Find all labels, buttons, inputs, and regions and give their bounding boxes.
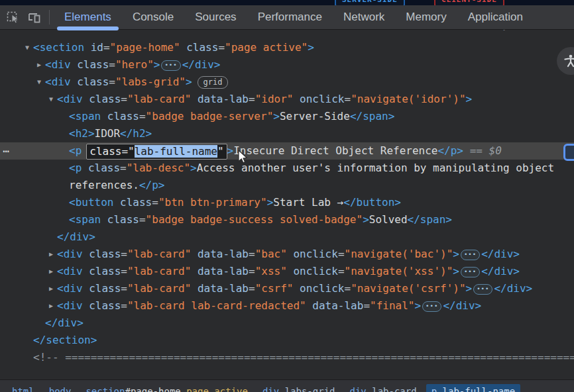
code-tag: <div bbox=[45, 75, 71, 88]
code-tag: <p bbox=[69, 144, 82, 157]
code-tag: > bbox=[453, 248, 459, 260]
tab-memory[interactable]: Memory bbox=[395, 5, 457, 29]
dom-tree-row[interactable]: </div> bbox=[0, 315, 574, 332]
expand-ellipsis-button[interactable]: ••• bbox=[461, 250, 480, 260]
tab-performance[interactable]: Performance bbox=[247, 5, 333, 29]
tab-sources[interactable]: Sources bbox=[184, 5, 247, 29]
code-attr: class bbox=[71, 58, 109, 71]
dom-tree-row[interactable]: ▼<div class="lab-card" data-lab="idor" o… bbox=[0, 91, 574, 108]
dom-tree-row[interactable]: <p class="lab-desc">Access another user'… bbox=[0, 160, 574, 177]
code-tag: <button bbox=[69, 196, 113, 209]
code-txt: references. bbox=[69, 179, 139, 191]
code-eq: = bbox=[338, 265, 345, 277]
attribute-edit-input[interactable]: class="lab-full-name" bbox=[86, 144, 227, 160]
code-tag: <h2> bbox=[69, 127, 95, 140]
code-tag: </div> bbox=[481, 248, 520, 260]
expand-ellipsis-button[interactable]: ••• bbox=[161, 60, 180, 71]
dom-tree-row[interactable]: ▶<div class="hero">•••</div> bbox=[0, 56, 574, 74]
code-val: "badge badge-success solved-badge" bbox=[146, 213, 363, 226]
inspected-page-strip: SERVER-SIDE CLIENT-SIDE bbox=[0, 0, 574, 5]
code-tag: > bbox=[273, 110, 280, 122]
crumb-part: div bbox=[262, 386, 279, 392]
crumb-part: .lab-card bbox=[367, 386, 417, 392]
dom-tree-row[interactable]: </section> bbox=[0, 332, 574, 349]
code-txt: Server-Side bbox=[280, 110, 350, 122]
dom-tree-row[interactable]: <button class="btn btn-primary">Start La… bbox=[0, 194, 574, 211]
code-eq: = bbox=[338, 248, 345, 260]
code-tag: > bbox=[186, 75, 192, 88]
collapse-arrow-icon[interactable]: ▼ bbox=[34, 74, 44, 91]
expand-ellipsis-button[interactable]: ••• bbox=[422, 301, 441, 312]
code-eq: = bbox=[121, 248, 127, 260]
crumb-html[interactable]: html bbox=[7, 384, 40, 392]
code-eq: = bbox=[121, 265, 127, 277]
code-val: "lab-card" bbox=[127, 265, 191, 277]
grid-badge[interactable]: grid bbox=[198, 76, 229, 89]
dom-tree-row[interactable]: references.</p> bbox=[0, 177, 574, 194]
code-eq: = bbox=[218, 41, 225, 54]
code-tag: </span> bbox=[408, 213, 452, 226]
code-val: "badge badge-server" bbox=[146, 110, 274, 122]
code-txt: Insecure Direct Object Reference bbox=[233, 144, 437, 157]
code-eq: = bbox=[109, 75, 115, 88]
dom-tree-row[interactable]: ▶<div class="lab-card" data-lab="xss" on… bbox=[0, 263, 574, 280]
dom-tree-row[interactable]: ▶<div class="lab-card" data-lab="csrf" o… bbox=[0, 280, 574, 297]
code-val: "navigate('csrf')" bbox=[351, 282, 465, 295]
row-menu-dots-icon[interactable]: ⋯ bbox=[3, 142, 10, 160]
code-tag: > bbox=[227, 144, 234, 157]
server-side-badge: SERVER-SIDE bbox=[335, 0, 405, 5]
tab-console[interactable]: Console bbox=[122, 5, 184, 29]
collapse-arrow-icon[interactable]: ▼ bbox=[23, 39, 32, 56]
code-tag: > bbox=[154, 58, 160, 71]
code-tag: <div bbox=[45, 58, 71, 71]
tab-network[interactable]: Network bbox=[333, 5, 395, 29]
expand-arrow-icon[interactable]: ▶ bbox=[34, 56, 44, 74]
tab-label: Network bbox=[343, 11, 384, 24]
dom-tree-row[interactable]: <span class="badge badge-success solved-… bbox=[0, 211, 574, 228]
expand-arrow-icon[interactable]: ▶ bbox=[46, 297, 56, 315]
crumb-body[interactable]: body bbox=[44, 384, 77, 392]
tab-application[interactable]: Application bbox=[457, 5, 534, 29]
code-val: "lab-card" bbox=[127, 248, 191, 260]
dom-tree-row[interactable]: <span class="badge badge-server">Server-… bbox=[0, 108, 574, 125]
dom-tree-row[interactable]: </div> bbox=[0, 228, 574, 246]
expand-arrow-icon[interactable]: ▶ bbox=[46, 246, 56, 263]
code-val: "final" bbox=[370, 299, 414, 312]
code-attr: data-lab bbox=[191, 248, 249, 260]
dom-tree-row[interactable]: <!-- ===================================… bbox=[0, 349, 574, 366]
dom-tree-row[interactable]: <h2>IDOR</h2> bbox=[0, 125, 574, 142]
collapse-arrow-icon[interactable]: ▼ bbox=[46, 91, 56, 108]
tab-label: Performance bbox=[258, 11, 322, 24]
code-attr: class bbox=[83, 265, 121, 277]
expand-ellipsis-button[interactable]: ••• bbox=[461, 267, 480, 277]
dom-tree-row[interactable]: ▼<section id="page-home" class="page act… bbox=[0, 39, 574, 56]
tab-elements[interactable]: Elements bbox=[54, 5, 122, 29]
crumb-part: div bbox=[350, 386, 367, 392]
code-attr: class bbox=[113, 196, 152, 209]
code-tag: </div> bbox=[443, 299, 481, 312]
tab-label: Console bbox=[133, 11, 174, 24]
expand-arrow-icon[interactable]: ▶ bbox=[46, 263, 56, 280]
code-val: "hero" bbox=[115, 58, 154, 71]
inspect-element-icon[interactable] bbox=[5, 9, 21, 25]
crumb-p-lab-full-name[interactable]: p.lab-full-name bbox=[426, 384, 520, 392]
dom-tree-row[interactable]: ▶<div class="lab-card lab-card-redacted"… bbox=[0, 297, 574, 315]
mouse-cursor bbox=[238, 150, 250, 169]
crumb-div-lab-card[interactable]: div.lab-card bbox=[345, 384, 422, 392]
code-tag: > bbox=[267, 196, 274, 209]
dom-tree-row-selected[interactable]: ⋯<pclass="lab-full-name">Insecure Direct… bbox=[0, 142, 574, 160]
crumb-section-page-home-page-active[interactable]: section#page-home.page.active bbox=[80, 384, 253, 392]
dom-tree-row[interactable]: ▼<div class="labs-grid">grid bbox=[0, 74, 574, 91]
expand-arrow-icon[interactable]: ▶ bbox=[46, 280, 56, 297]
crumb-div-labs-grid[interactable]: div.labs-grid bbox=[257, 384, 341, 392]
code-tag: </p> bbox=[437, 144, 463, 157]
code-tag: <div bbox=[57, 248, 83, 260]
dom-tree-row[interactable]: ▶<div class="lab-card" data-lab="bac" on… bbox=[0, 246, 574, 263]
code-tag: </div> bbox=[481, 265, 520, 277]
device-toolbar-icon[interactable] bbox=[27, 9, 42, 25]
code-txt: Solved bbox=[369, 213, 408, 226]
code-attr: id bbox=[84, 41, 103, 54]
code-tag: </button> bbox=[343, 196, 401, 209]
expand-ellipsis-button[interactable]: ••• bbox=[473, 284, 492, 295]
code-eq: = bbox=[103, 41, 110, 54]
